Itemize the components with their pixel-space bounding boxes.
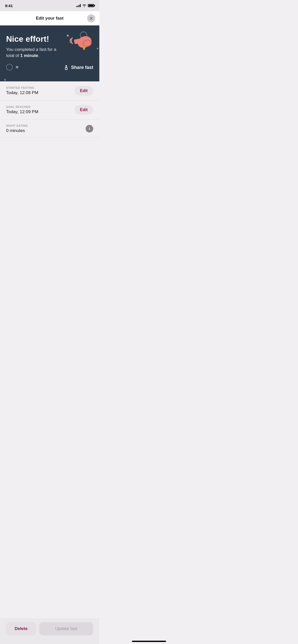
page-title: Edit your fast xyxy=(36,16,64,21)
content-section: STARTED FASTING Today, 12:08 PM Edit GOA… xyxy=(0,81,99,138)
banner-subtitle-suffix: . xyxy=(38,53,39,58)
night-eating-row: NIGHT EATING 0 minutes i xyxy=(0,120,99,138)
banner-section: Nice effort! You completed a fast for a … xyxy=(0,25,99,81)
night-eating-label: NIGHT EATING xyxy=(6,124,86,127)
share-fast-label: Share fast xyxy=(71,65,93,70)
signal-icon xyxy=(76,4,81,7)
wifi-icon xyxy=(82,4,86,7)
started-fasting-edit-button[interactable]: Edit xyxy=(74,86,93,96)
night-eating-info: NIGHT EATING 0 minutes xyxy=(6,124,86,133)
close-button[interactable] xyxy=(87,14,95,22)
banner-subtitle-bold: 1 minute xyxy=(20,53,38,58)
svg-rect-4 xyxy=(83,46,85,50)
banner-title: Nice effort! xyxy=(6,35,93,43)
goal-reached-info: GOAL REACHED Today, 12:09 PM xyxy=(6,105,74,114)
started-fasting-row: STARTED FASTING Today, 12:08 PM Edit xyxy=(0,81,99,100)
dot-decoration-3 xyxy=(97,48,98,49)
goal-reached-row: GOAL REACHED Today, 12:09 PM Edit xyxy=(0,100,99,120)
started-fasting-value: Today, 12:08 PM xyxy=(6,90,74,95)
bottom-dots xyxy=(6,64,18,70)
share-icon xyxy=(63,65,69,70)
dot-decoration-4 xyxy=(4,79,6,81)
goal-reached-label: GOAL REACHED xyxy=(6,105,74,108)
share-fast-button[interactable]: Share fast xyxy=(63,65,93,70)
banner-bottom: Share fast xyxy=(6,65,93,70)
started-fasting-label: STARTED FASTING xyxy=(6,86,74,89)
banner-subtitle: You completed a fast for a total of 1 mi… xyxy=(6,47,62,59)
status-bar: 9:41 xyxy=(0,0,99,11)
goal-reached-edit-button[interactable]: Edit xyxy=(74,105,93,115)
night-eating-info-button[interactable]: i xyxy=(86,125,93,133)
battery-icon xyxy=(88,4,94,7)
status-icons xyxy=(76,4,94,7)
header: Edit your fast xyxy=(0,11,99,25)
goal-reached-value: Today, 12:09 PM xyxy=(6,109,74,114)
status-time: 9:41 xyxy=(5,4,13,8)
night-eating-value: 0 minutes xyxy=(6,128,86,133)
bottom-spacer xyxy=(0,138,99,169)
started-fasting-info: STARTED FASTING Today, 12:08 PM xyxy=(6,86,74,95)
